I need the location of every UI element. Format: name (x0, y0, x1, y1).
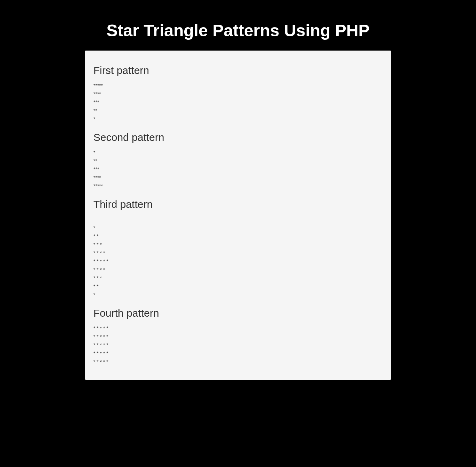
pattern-line: * (93, 148, 383, 157)
pattern-line: * * * (93, 240, 383, 249)
pattern-line: * (93, 115, 383, 123)
pattern-line: * * * * * (93, 332, 383, 341)
pattern-line: *** (93, 165, 383, 173)
pattern-line: * * * * * (93, 324, 383, 332)
pattern-line: * * (93, 282, 383, 291)
first-pattern-heading: First pattern (93, 65, 383, 76)
pattern-line: * * * * (93, 249, 383, 257)
second-pattern-block: * ** *** **** ***** (93, 148, 383, 190)
pattern-line: * * * * * (93, 341, 383, 349)
content-panel: First pattern ***** **** *** ** * Second… (85, 51, 391, 380)
pattern-line: * * * * * (93, 357, 383, 366)
pattern-line: * * * * * (93, 349, 383, 357)
fourth-pattern-block: * * * * * * * * * * * * * * * * * * * * … (93, 324, 383, 366)
second-pattern-heading: Second pattern (93, 131, 383, 143)
third-pattern-block: * * * * * * * * * * * * * * * * * * * * … (93, 215, 383, 299)
pattern-line: **** (93, 173, 383, 182)
pattern-line: ***** (93, 81, 383, 90)
pattern-line: * (93, 224, 383, 232)
pattern-line: * * * * * (93, 257, 383, 265)
pattern-line: *** (93, 98, 383, 106)
pattern-line: * (93, 291, 383, 299)
pattern-line: * * (93, 232, 383, 240)
fourth-pattern-heading: Fourth pattern (93, 307, 383, 319)
page-title: Star Triangle Patterns Using PHP (0, 21, 476, 40)
pattern-line: * * * * (93, 265, 383, 274)
third-pattern-heading: Third pattern (93, 198, 383, 210)
pattern-line: ***** (93, 182, 383, 190)
pattern-line: ** (93, 157, 383, 165)
first-pattern-block: ***** **** *** ** * (93, 81, 383, 123)
pattern-blank-line (93, 215, 383, 224)
pattern-line: * * * (93, 274, 383, 282)
pattern-line: **** (93, 90, 383, 98)
pattern-line: ** (93, 106, 383, 115)
